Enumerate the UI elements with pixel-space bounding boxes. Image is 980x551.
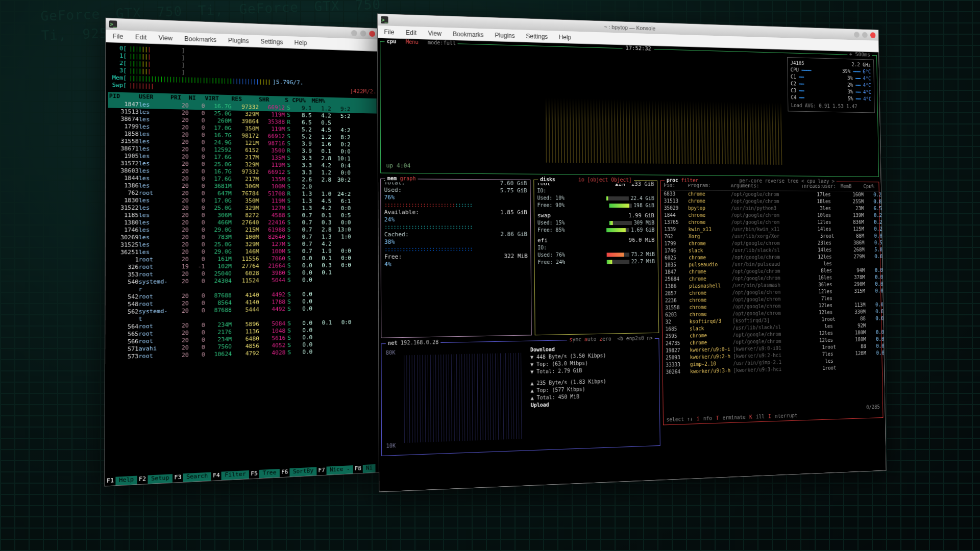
htop-fkeys[interactable]: F1HelpF2SetupF3SearchF4FilterF5TreeF6Sor… bbox=[105, 464, 381, 486]
fkey-F5[interactable]: F5Tree bbox=[249, 469, 280, 479]
menu-bookmarks[interactable]: Bookmarks bbox=[453, 30, 483, 38]
process-row[interactable]: 1830les 200 17.0G350M 119MS 1.34.5 6:1 bbox=[108, 197, 377, 205]
net-graph: 80K 10K bbox=[386, 345, 522, 451]
proc-row[interactable]: 13765chrome/opt/google/chrom 12les 836M0… bbox=[661, 219, 879, 226]
net-panel: net 192.168.0.28 sync auto zero sync aut… bbox=[381, 338, 660, 456]
mem-panel: mem graph Total:7.60 GiB Used:5.75 GiB 7… bbox=[380, 179, 532, 338]
menu-file[interactable]: File bbox=[384, 28, 394, 36]
process-row[interactable]: 1185les 200 306M8272 4588S 0.70.1 0:5 bbox=[108, 212, 377, 219]
fkey-F6[interactable]: F6SortBy bbox=[280, 467, 317, 478]
proc-row[interactable]: 762Xorg/usr/lib/xorg/Xor 5root 88M0.0 bbox=[662, 233, 880, 240]
fkey-F4[interactable]: F4Filter bbox=[211, 470, 249, 481]
disks-panel: disks io [object Object] root ▲2M 233 Gi… bbox=[533, 180, 659, 335]
menu-help[interactable]: Help bbox=[295, 39, 307, 46]
maximize-button[interactable] bbox=[862, 32, 868, 38]
process-row[interactable]: 31522les 200 25.0G329M 127MS 1.34.2 0:0 bbox=[108, 204, 377, 212]
menu-plugins[interactable]: Plugins bbox=[495, 32, 515, 39]
cpu-mode[interactable]: mode:full bbox=[428, 39, 456, 46]
process-list[interactable]: 1847les 200 16.7G97332 66912S 9.11.2 9:2… bbox=[107, 101, 378, 361]
fkey-F7[interactable]: F7Nice - bbox=[316, 465, 353, 475]
fkey-F8[interactable]: F8Ni bbox=[353, 464, 376, 473]
menu-file[interactable]: File bbox=[112, 32, 123, 40]
fkey-F1[interactable]: F1Help bbox=[105, 476, 137, 486]
clock: 17:52:32 bbox=[623, 44, 654, 53]
proc-rows[interactable]: 6833chrome/opt/google/chrom 17les 160M0.… bbox=[661, 190, 882, 376]
bpytop-terminal[interactable]: cpu Menu mode:full 17:52:32 + 500ms J410… bbox=[378, 38, 886, 492]
maximize-button[interactable] bbox=[360, 31, 366, 37]
htop-window: >_ FileEditViewBookmarksPluginsSettingsH… bbox=[104, 17, 381, 486]
htop-terminal[interactable]: 0[||||||| ]1[||||||| ]2[||||||| ]3[|||||… bbox=[105, 42, 381, 486]
cpu-graph bbox=[546, 98, 782, 165]
terminal-icon: >_ bbox=[109, 20, 117, 28]
cpu-meters: 0[||||||| ]1[||||||| ]2[||||||| ]3[|||||… bbox=[108, 44, 377, 95]
proc-panel[interactable]: proc filter per-core reverse tree < cpu … bbox=[660, 180, 884, 425]
fkey-F3[interactable]: F3Search bbox=[173, 472, 211, 483]
net-options[interactable]: sync auto zero sync auto zero <b enp2s0 … bbox=[567, 335, 654, 343]
cpu-panel: cpu Menu mode:full 17:52:32 + 500ms J410… bbox=[380, 41, 879, 177]
menu-view[interactable]: View bbox=[428, 30, 442, 37]
proc-footer[interactable]: select ↑↓info Terminate Kill Interrupt bbox=[667, 410, 880, 423]
menu-bookmarks[interactable]: Bookmarks bbox=[184, 35, 216, 43]
menu-help[interactable]: Help bbox=[559, 33, 571, 41]
menu-plugins[interactable]: Plugins bbox=[228, 36, 249, 44]
menu-edit[interactable]: Edit bbox=[135, 33, 146, 41]
cpu-stats: J41052.2 GHz CPU ━━━━ 39% ━━━ 6°C C1 ━━3… bbox=[787, 57, 875, 113]
menu-view[interactable]: View bbox=[159, 34, 173, 42]
disks-label: disks io [object Object] bbox=[538, 176, 634, 184]
close-button[interactable] bbox=[369, 31, 375, 37]
proc-label: proc filter per-core reverse tree < cpu … bbox=[665, 177, 837, 185]
net-stats: Download ▼ 448 Byte/s (3.50 Kibps) ▼ Top… bbox=[530, 344, 655, 409]
uptime: up 4:04 bbox=[386, 162, 410, 170]
process-row[interactable]: 31525les 200 25.0G329M 127MS 0.74.2 bbox=[108, 240, 377, 249]
net-label: net 192.168.0.28 bbox=[386, 339, 441, 347]
process-row[interactable]: 1380les 200 466M27640 22416S 0.70.3 0:0 bbox=[108, 219, 377, 227]
proc-row[interactable]: 35029bpytop/usr/bin/python3 3les 23M6.5 bbox=[661, 205, 879, 212]
terminal-icon: >_ bbox=[381, 16, 388, 24]
refresh-rate[interactable]: + 500ms bbox=[847, 51, 872, 59]
menu-edit[interactable]: Edit bbox=[406, 29, 416, 36]
proc-row[interactable]: 1339kwin_x11/usr/bin/kwin_x11 14les 125M… bbox=[662, 226, 880, 233]
minimize-button[interactable] bbox=[854, 32, 860, 38]
mem-label: mem graph bbox=[385, 175, 418, 183]
menu-hotkey[interactable]: Menu bbox=[406, 39, 419, 45]
proc-row[interactable]: 1844chrome/opt/google/chrom 10les 139M0.… bbox=[661, 212, 879, 219]
bpytop-window: >_ ~ : bpytop — Konsole FileEditViewBook… bbox=[377, 13, 887, 492]
minimize-button[interactable] bbox=[351, 30, 357, 36]
menu-settings[interactable]: Settings bbox=[526, 32, 548, 40]
fkey-F2[interactable]: F2Setup bbox=[137, 474, 173, 484]
proc-row[interactable]: 31513chrome/opt/google/chrom 18les 255M0… bbox=[661, 197, 879, 205]
process-row[interactable]: 540systemd-r 200 2430411524 5044S 0.0 bbox=[108, 276, 378, 294]
menu-settings[interactable]: Settings bbox=[260, 38, 283, 46]
process-row[interactable]: 30269les 200 783M100M 82640S 0.71.3 1:0 bbox=[108, 233, 377, 241]
process-row[interactable]: 1746les 200 29.0G215M 61988S 0.72.8 13:0 bbox=[108, 227, 377, 234]
close-button[interactable] bbox=[870, 32, 876, 38]
